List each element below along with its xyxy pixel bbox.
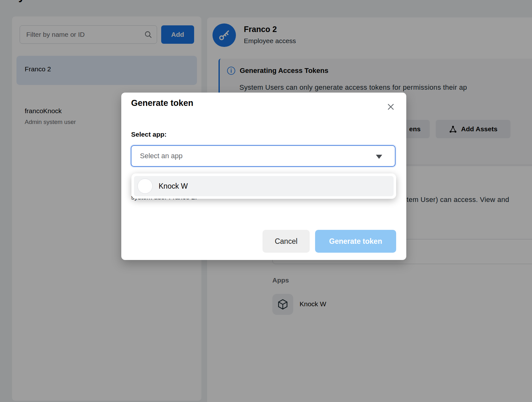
select-app-label: Select app: xyxy=(131,131,167,138)
modal-title: Generate token xyxy=(131,98,193,108)
app-option-radio[interactable] xyxy=(137,178,153,194)
app-option-label: Knock W xyxy=(159,182,188,191)
cancel-label: Cancel xyxy=(275,237,298,245)
chevron-down-icon xyxy=(376,155,382,159)
app-select-dropdown: Knock W xyxy=(131,173,396,199)
app-select[interactable]: Select an app xyxy=(131,145,396,167)
cancel-button[interactable]: Cancel xyxy=(263,230,310,253)
generate-token-button[interactable]: Generate token xyxy=(315,230,396,253)
business-settings-screen: y Add Franco 2 francoKnock Admin system … xyxy=(0,0,532,402)
app-select-placeholder: Select an app xyxy=(140,152,183,160)
close-icon[interactable] xyxy=(385,101,396,112)
generate-token-modal: Generate token Select app: Select an app… xyxy=(121,93,406,260)
generate-token-label: Generate token xyxy=(329,237,382,245)
app-option-knock-w[interactable]: Knock W xyxy=(134,176,394,196)
